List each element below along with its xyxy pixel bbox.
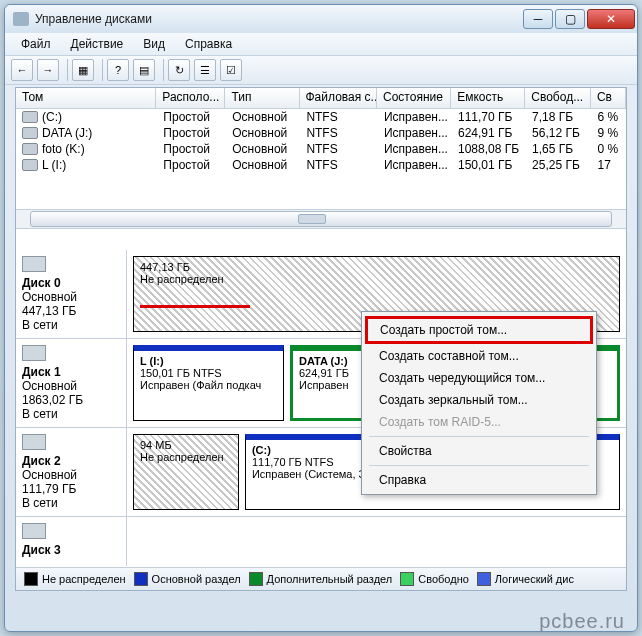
context-menu-item[interactable]: Создать чередующийся том...	[365, 367, 593, 389]
column-header[interactable]: Тип	[225, 88, 299, 108]
column-header[interactable]: Св	[591, 88, 626, 108]
legend-label: Не распределен	[42, 573, 126, 585]
disk-icon	[22, 256, 46, 272]
partition-block[interactable]: 94 МБНе распределен	[133, 434, 239, 510]
cell: NTFS	[300, 142, 378, 156]
window-title: Управление дисками	[35, 12, 521, 26]
cell: 7,18 ГБ	[526, 110, 591, 124]
cell: Простой	[157, 126, 226, 140]
volume-row[interactable]: foto (K:)ПростойОсновнойNTFSИсправен...1…	[16, 141, 626, 157]
cell: 150,01 ГБ	[452, 158, 526, 172]
menu-action[interactable]: Действие	[63, 35, 132, 53]
volume-row[interactable]: L (I:)ПростойОсновнойNTFSИсправен...150,…	[16, 157, 626, 173]
cell: DATA (J:)	[16, 126, 157, 140]
menubar: Файл Действие Вид Справка	[5, 33, 637, 55]
menu-help[interactable]: Справка	[177, 35, 240, 53]
partition-title: L (I:)	[140, 355, 277, 367]
partition-size: 447,13 ГБ	[140, 261, 613, 273]
context-menu-help[interactable]: Справка	[365, 469, 593, 491]
separator	[102, 59, 103, 81]
cell: foto (K:)	[16, 142, 157, 156]
cell: NTFS	[300, 158, 378, 172]
volume-icon	[22, 111, 38, 123]
cell: (C:)	[16, 110, 157, 124]
menu-file[interactable]: Файл	[13, 35, 59, 53]
column-header[interactable]: Том	[16, 88, 156, 108]
legend-swatch	[477, 572, 491, 586]
cell: Исправен...	[378, 158, 452, 172]
help-button[interactable]: ?	[107, 59, 129, 81]
disk-icon	[22, 345, 46, 361]
cell: Простой	[157, 142, 226, 156]
cell: 0 %	[592, 142, 626, 156]
column-header[interactable]: Располо...	[156, 88, 225, 108]
column-header[interactable]: Емкость	[451, 88, 525, 108]
disk-row: Диск 3	[16, 517, 626, 566]
close-button[interactable]: ✕	[587, 9, 635, 29]
maximize-button[interactable]: ▢	[555, 9, 585, 29]
properties-button[interactable]: ☰	[194, 59, 216, 81]
menu-separator	[369, 465, 589, 466]
cell: 9 %	[592, 126, 626, 140]
table-header: ТомРасполо...ТипФайловая с...СостояниеЕм…	[16, 88, 626, 109]
partition-row	[127, 517, 626, 566]
context-menu-item[interactable]: Создать составной том...	[365, 345, 593, 367]
volume-icon	[22, 159, 38, 171]
legend-label: Дополнительный раздел	[267, 573, 393, 585]
column-header[interactable]: Состояние	[377, 88, 451, 108]
app-icon	[13, 12, 29, 26]
disk-name: Диск 3	[22, 543, 120, 557]
partition-size: 94 МБ	[140, 439, 232, 451]
disk-status: В сети	[22, 407, 120, 421]
partition-block[interactable]: L (I:)150,01 ГБ NTFSИсправен (Файл подка…	[133, 345, 284, 421]
cell: 6 %	[592, 110, 626, 124]
legend-item: Основной раздел	[134, 572, 241, 586]
legend-item: Не распределен	[24, 572, 126, 586]
legend-label: Основной раздел	[152, 573, 241, 585]
grid-view-button[interactable]: ▦	[72, 59, 94, 81]
cell: 624,91 ГБ	[452, 126, 526, 140]
menu-separator	[369, 436, 589, 437]
context-menu-properties[interactable]: Свойства	[365, 440, 593, 462]
disk-size: 447,13 ГБ	[22, 304, 120, 318]
cell: Основной	[226, 126, 300, 140]
column-header[interactable]: Файловая с...	[300, 88, 378, 108]
context-menu-item[interactable]: Создать зеркальный том...	[365, 389, 593, 411]
cell: 1,65 ГБ	[526, 142, 591, 156]
legend-item: Дополнительный раздел	[249, 572, 393, 586]
settings-button[interactable]: ☑	[220, 59, 242, 81]
cell: Основной	[226, 142, 300, 156]
cell: L (I:)	[16, 158, 157, 172]
volume-icon	[22, 143, 38, 155]
forward-button[interactable]: →	[37, 59, 59, 81]
cell: 111,70 ГБ	[452, 110, 526, 124]
back-button[interactable]: ←	[11, 59, 33, 81]
context-menu-item[interactable]: Создать простой том...	[365, 316, 593, 344]
disk-kind: Основной	[22, 290, 120, 304]
disk-management-window: Управление дисками ─ ▢ ✕ Файл Действие В…	[4, 4, 638, 632]
annotation-underline	[140, 305, 250, 308]
disk-info[interactable]: Диск 2Основной111,79 ГБВ сети	[16, 428, 127, 516]
disk-info[interactable]: Диск 3	[16, 517, 127, 566]
menu-view[interactable]: Вид	[135, 35, 173, 53]
disk-info[interactable]: Диск 1Основной1863,02 ГБВ сети	[16, 339, 127, 427]
partition-status: Исправен (Файл подкач	[140, 379, 277, 391]
volume-row[interactable]: DATA (J:)ПростойОсновнойNTFSИсправен...6…	[16, 125, 626, 141]
volume-list[interactable]: (C:)ПростойОсновнойNTFSИсправен...111,70…	[16, 109, 626, 209]
legend-swatch	[24, 572, 38, 586]
disk-info[interactable]: Диск 0Основной447,13 ГБВ сети	[16, 250, 127, 338]
volume-row[interactable]: (C:)ПростойОсновнойNTFSИсправен...111,70…	[16, 109, 626, 125]
disk-name: Диск 1	[22, 365, 120, 379]
watermark: pcbee.ru	[539, 610, 625, 633]
cell: 1088,08 ГБ	[452, 142, 526, 156]
minimize-button[interactable]: ─	[523, 9, 553, 29]
separator	[163, 59, 164, 81]
disk-icon	[22, 434, 46, 450]
horizontal-scrollbar[interactable]	[16, 209, 626, 229]
list-view-button[interactable]: ▤	[133, 59, 155, 81]
refresh-button[interactable]: ↻	[168, 59, 190, 81]
cell: Основной	[226, 158, 300, 172]
cell: Исправен...	[378, 110, 452, 124]
titlebar[interactable]: Управление дисками ─ ▢ ✕	[5, 5, 637, 33]
column-header[interactable]: Свобод...	[525, 88, 591, 108]
